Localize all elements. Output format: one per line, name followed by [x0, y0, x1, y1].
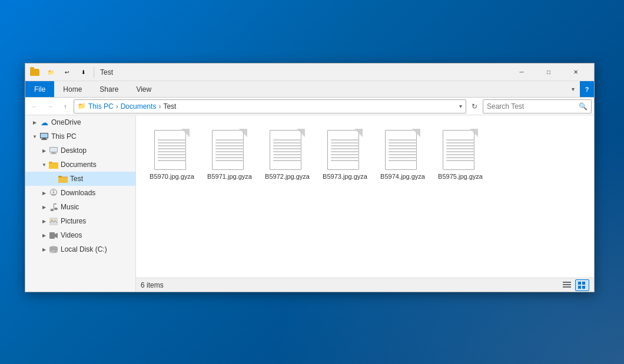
icon-view-button[interactable]	[575, 279, 589, 291]
sidebar-label-test: Test	[70, 175, 83, 183]
window-title: Test	[100, 68, 508, 76]
pictures-expander[interactable]: ▶	[39, 216, 49, 226]
file-name: B5971.jpg.gyza	[207, 172, 252, 181]
view-buttons	[560, 279, 589, 291]
svg-rect-27	[563, 286, 571, 288]
quick-access-btn-3[interactable]: ⬇	[76, 66, 91, 79]
search-icon[interactable]: 🔍	[579, 102, 588, 111]
sidebar-item-videos[interactable]: ▶ Videos	[25, 228, 135, 242]
search-input[interactable]	[487, 102, 579, 111]
file-item[interactable]: B5970.jpg.gyza	[145, 125, 198, 185]
tab-view[interactable]: View	[127, 81, 160, 97]
tab-file[interactable]: File	[25, 81, 54, 97]
local-disk-expander[interactable]: ▶	[39, 245, 49, 254]
svg-rect-16	[54, 203, 57, 205]
svg-rect-11	[52, 191, 55, 191]
title-bar: 📁 ↩ ⬇ Test ─ □ ✕	[25, 64, 594, 81]
file-icon	[385, 129, 420, 170]
sidebar-item-desktop[interactable]: ▶ Desktop	[25, 143, 135, 158]
title-bar-icon	[30, 68, 39, 77]
svg-rect-5	[50, 148, 57, 152]
sidebar-item-test[interactable]: Test	[25, 172, 135, 186]
file-explorer-window: 📁 ↩ ⬇ Test ─ □ ✕ File Home Share View ▾ …	[25, 63, 595, 292]
maximize-button[interactable]: □	[535, 64, 562, 81]
svg-rect-20	[49, 232, 55, 239]
svg-rect-12	[51, 194, 56, 195]
sidebar: ▶ ☁ OneDrive ▼ This PC ▶	[25, 115, 136, 292]
search-box[interactable]: 🔍	[483, 99, 592, 113]
onedrive-icon: ☁	[39, 118, 49, 127]
sidebar-item-pictures[interactable]: ▶ Pictures	[25, 214, 135, 228]
sidebar-label-videos: Videos	[61, 231, 82, 239]
sidebar-label-desktop: Desktop	[61, 146, 87, 155]
file-item[interactable]: B5973.jpg.gyza	[318, 125, 371, 185]
svg-point-24	[55, 251, 56, 252]
local-disk-icon	[49, 245, 58, 254]
refresh-button[interactable]: ↻	[467, 99, 482, 113]
music-icon	[49, 202, 58, 212]
pictures-icon	[49, 216, 58, 226]
music-expander[interactable]: ▶	[39, 202, 49, 212]
file-grid: B5970.jpg.gyza	[136, 115, 594, 278]
svg-rect-7	[51, 153, 57, 154]
downloads-expander[interactable]: ▶	[39, 188, 49, 198]
test-folder-icon	[58, 174, 68, 183]
address-path[interactable]: 📁 This PC › Documents › Test ▾	[74, 99, 466, 113]
svg-rect-3	[41, 139, 47, 140]
sidebar-item-music[interactable]: ▶ Music	[25, 200, 135, 214]
breadcrumb-documents[interactable]: Documents	[121, 102, 157, 111]
quick-access-btn-1[interactable]: 📁	[43, 66, 58, 79]
file-icon	[212, 129, 247, 170]
svg-rect-9	[58, 177, 68, 183]
breadcrumb-test: Test	[163, 102, 176, 111]
sidebar-label-music: Music	[61, 203, 79, 211]
quick-access-btn-2[interactable]: ↩	[59, 66, 75, 79]
file-icon	[443, 129, 478, 170]
sidebar-label-pictures: Pictures	[61, 217, 86, 225]
status-item-count: 6 items	[141, 281, 560, 289]
this-pc-expander[interactable]: ▼	[30, 132, 39, 141]
tab-share[interactable]: Share	[91, 81, 127, 97]
computer-icon	[39, 132, 49, 141]
file-area: B5970.jpg.gyza	[136, 115, 594, 292]
file-item[interactable]: B5975.jpg.gyza	[434, 125, 487, 185]
ribbon-expand-button[interactable]: ▾	[566, 81, 580, 97]
svg-rect-31	[582, 286, 585, 289]
close-button[interactable]: ✕	[562, 64, 589, 81]
back-button[interactable]: ←	[28, 99, 42, 113]
detail-view-button[interactable]	[560, 279, 574, 291]
videos-expander[interactable]: ▶	[39, 231, 49, 240]
svg-rect-6	[52, 152, 55, 153]
sidebar-label-onedrive: OneDrive	[51, 118, 81, 126]
desktop-expander[interactable]: ▶	[39, 146, 49, 155]
file-item[interactable]: B5972.jpg.gyza	[261, 125, 314, 185]
sidebar-item-local-disk[interactable]: ▶ Local Disk (C:)	[25, 242, 135, 256]
breadcrumb-this-pc[interactable]: This PC	[88, 102, 114, 111]
svg-rect-1	[41, 133, 48, 138]
window-controls: ─ □ ✕	[508, 64, 589, 81]
address-chevron-icon[interactable]: ▾	[459, 103, 462, 109]
sidebar-item-downloads[interactable]: ▶ Downloads	[25, 186, 135, 200]
documents-expander[interactable]: ▼	[39, 160, 49, 169]
sidebar-label-documents: Documents	[61, 161, 97, 169]
up-button[interactable]: ↑	[58, 99, 72, 113]
sidebar-item-onedrive[interactable]: ▶ ☁ OneDrive	[25, 115, 135, 129]
sidebar-item-documents[interactable]: ▼ Documents	[25, 158, 135, 172]
onedrive-expander[interactable]: ▶	[30, 118, 39, 127]
minimize-button[interactable]: ─	[508, 64, 535, 81]
file-item[interactable]: B5971.jpg.gyza	[203, 125, 256, 185]
svg-point-13	[50, 209, 54, 211]
status-bar: 6 items	[136, 278, 594, 292]
documents-icon	[49, 160, 58, 169]
forward-button[interactable]: →	[43, 99, 57, 113]
sidebar-item-this-pc[interactable]: ▼ This PC	[25, 129, 135, 143]
svg-point-23	[49, 250, 58, 253]
downloads-icon	[49, 188, 58, 198]
svg-rect-26	[563, 284, 571, 285]
file-item[interactable]: B5974.jpg.gyza	[376, 125, 429, 185]
svg-point-14	[54, 208, 58, 210]
file-name: B5970.jpg.gyza	[150, 172, 194, 181]
file-name: B5974.jpg.gyza	[380, 172, 425, 181]
help-button[interactable]: ?	[580, 81, 594, 97]
tab-home[interactable]: Home	[54, 81, 91, 97]
